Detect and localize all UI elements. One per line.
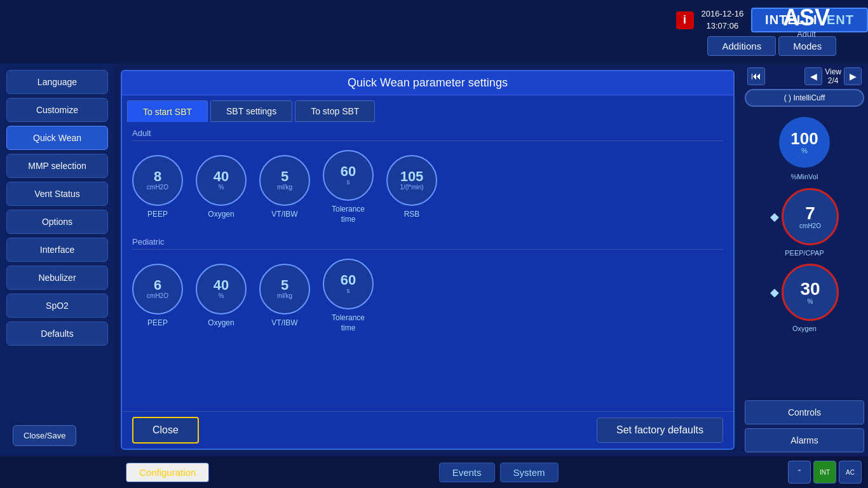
sidebar-item-language[interactable]: Language: [6, 70, 108, 94]
tab-events[interactable]: Events: [439, 463, 495, 482]
next-view-button[interactable]: ▶: [844, 67, 862, 85]
ped-vtibw-circle: 5 ml/kg: [259, 264, 310, 315]
main-area: Language Customize Quick Wean MMP select…: [0, 64, 868, 456]
dialog-box: Quick Wean parameter settings To start S…: [121, 70, 735, 450]
oxygen-decrease-arrow[interactable]: ◆: [770, 285, 779, 299]
ped-vtibw-value: 5: [281, 278, 288, 292]
sidebar-item-vent-status[interactable]: Vent Status: [6, 182, 108, 206]
right-sidebar: ⏮ ◀ View 2/4 ▶ ( ) IntelliCuff 100 % %Mi…: [741, 64, 868, 456]
adult-rsb-name: RSB: [404, 210, 420, 220]
datetime: 2016-12-16 13:07:06: [702, 8, 744, 31]
sidebar-item-quick-wean[interactable]: Quick Wean: [6, 126, 108, 150]
adult-param-oxygen: 40 % Oxygen: [196, 155, 247, 220]
alarms-button[interactable]: Alarms: [745, 428, 864, 452]
tab-sbt-settings[interactable]: SBT settings: [210, 100, 292, 122]
ped-oxygen-value: 40: [214, 278, 229, 292]
int-indicator: INT: [813, 461, 836, 484]
adult-params-row: 8 cmH2O PEEP 40 % Oxygen: [132, 144, 723, 231]
oxygen-unit: %: [808, 298, 813, 305]
peep-label: PEEP/CPAP: [785, 249, 824, 257]
adult-oxygen-name: Oxygen: [208, 210, 234, 220]
adult-section: Adult 8 cmH2O PEEP: [132, 128, 723, 231]
ped-peep-circle: 6 cmH2O: [132, 264, 183, 315]
adult-param-peep: 8 cmH2O PEEP: [132, 155, 183, 220]
oxygen-label: Oxygen: [792, 325, 817, 333]
intelli-cuff-button[interactable]: ( ) IntelliCuff: [745, 89, 864, 107]
info-badge[interactable]: i: [676, 11, 694, 29]
asv-label: ASV Adult: [783, 6, 830, 39]
record-button[interactable]: ⏮: [747, 67, 765, 85]
close-save-button[interactable]: Close/Save: [13, 425, 76, 446]
tab-configuration[interactable]: Configuration: [126, 463, 209, 482]
dialog-title: Quick Wean parameter settings: [122, 71, 733, 95]
adult-vtibw-circle: 5 ml/kg: [259, 155, 310, 206]
top-bar: i 2016-12-16 13:07:06 INTELLIVENT Additi…: [0, 0, 868, 64]
pause-button[interactable]: ": [788, 461, 811, 484]
brand-row: i 2016-12-16 13:07:06 INTELLIVENT: [676, 8, 868, 32]
bottom-right: " INT AC: [788, 461, 862, 484]
sidebar-item-interface[interactable]: Interface: [6, 238, 108, 262]
adult-rsb-circle: 105 1/(l*min): [386, 155, 437, 206]
controls-button[interactable]: Controls: [745, 400, 864, 424]
adult-oxygen-value: 40: [214, 170, 229, 184]
modes-button[interactable]: Modes: [778, 36, 836, 56]
tab-to-stop-sbt[interactable]: To stop SBT: [295, 100, 375, 122]
ped-param-vtibw: 5 ml/kg VT/IBW: [259, 264, 310, 329]
ped-param-oxygen: 40 % Oxygen: [196, 264, 247, 329]
bottom-left: Configuration: [6, 463, 209, 482]
peep-decrease-arrow[interactable]: ◆: [770, 210, 779, 224]
adult-param-tolerance: 60 s Tolerance time: [323, 150, 374, 224]
adult-label: Adult: [132, 128, 723, 138]
minvol-value: 100: [790, 130, 818, 147]
sidebar-bottom: Close/Save: [6, 415, 108, 450]
bottom-center: Events System: [439, 463, 559, 482]
additions-button[interactable]: Additions: [707, 36, 776, 56]
ped-oxygen-name: Oxygen: [208, 318, 234, 329]
close-button[interactable]: Close: [132, 417, 199, 444]
ped-param-peep: 6 cmH2O PEEP: [132, 264, 183, 329]
sidebar-item-spo2[interactable]: SpO2: [6, 294, 108, 318]
sidebar: Language Customize Quick Wean MMP select…: [0, 64, 114, 456]
adult-peep-circle: 8 cmH2O: [132, 155, 183, 206]
dialog-tabs: To start SBT SBT settings To stop SBT: [122, 95, 733, 122]
top-buttons: Additions Modes: [707, 36, 836, 56]
factory-defaults-button[interactable]: Set factory defaults: [597, 417, 723, 443]
view-nav: ◀ View 2/4 ▶: [804, 67, 862, 85]
pediatric-params-row: 6 cmH2O PEEP 40 % Oxygen: [132, 252, 723, 339]
adult-vtibw-name: VT/IBW: [271, 210, 297, 220]
ped-peep-unit: cmH2O: [147, 292, 168, 300]
sidebar-item-options[interactable]: Options: [6, 210, 108, 234]
adult-vtibw-value: 5: [281, 170, 288, 184]
adult-oxygen-unit: %: [219, 184, 224, 191]
adult-text: Adult: [783, 29, 830, 39]
sidebar-item-defaults[interactable]: Defaults: [6, 322, 108, 346]
adult-oxygen-circle: 40 %: [196, 155, 247, 206]
ped-oxygen-circle: 40 %: [196, 264, 247, 315]
ac-indicator: AC: [839, 461, 862, 484]
ped-tolerance-unit: s: [347, 287, 350, 295]
view-label: View 2/4: [825, 67, 841, 85]
peep-row: ◆ 7 cmH2O: [745, 188, 864, 245]
adult-rsb-value: 105: [400, 170, 424, 184]
adult-vtibw-unit: ml/kg: [277, 184, 292, 191]
sidebar-item-customize[interactable]: Customize: [6, 98, 108, 122]
tab-system[interactable]: System: [500, 463, 559, 482]
pediatric-label: Pediatric: [132, 237, 723, 247]
sidebar-item-mmp-selection[interactable]: MMP selection: [6, 154, 108, 178]
bottom-bar: Configuration Events System " INT AC: [0, 456, 868, 488]
ped-vtibw-unit: ml/kg: [277, 292, 292, 300]
ped-tolerance-name: Tolerance time: [332, 313, 365, 333]
pediatric-section: Pediatric 6 cmH2O PEEP: [132, 237, 723, 339]
sidebar-item-nebulizer[interactable]: Nebulizer: [6, 266, 108, 290]
minvol-display: 100 %: [779, 117, 830, 168]
dialog-footer: Close Set factory defaults: [122, 411, 733, 449]
adult-tolerance-unit: s: [347, 179, 350, 186]
tab-to-start-sbt[interactable]: To start SBT: [127, 100, 208, 122]
oxygen-value: 30: [800, 280, 820, 298]
prev-view-button[interactable]: ◀: [804, 67, 822, 85]
peep-circle: 7 cmH2O: [782, 188, 839, 245]
adult-peep-unit: cmH2O: [147, 184, 168, 191]
adult-peep-value: 8: [154, 170, 161, 184]
ped-param-tolerance: 60 s Tolerance time: [323, 259, 374, 333]
peep-unit: cmH2O: [799, 222, 821, 229]
